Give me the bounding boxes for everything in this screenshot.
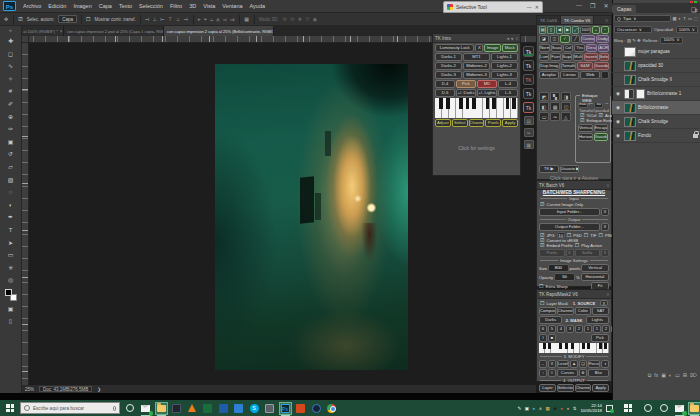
clear-suffix-button[interactable]: X <box>601 249 609 257</box>
square-button[interactable]: ■ <box>548 334 556 342</box>
suffix-field[interactable]: Suffix <box>575 249 601 257</box>
tk-panel-icon-2[interactable]: Tk <box>523 60 534 71</box>
lights-2-button[interactable]: Lights-2 <box>491 62 518 70</box>
md-button[interactable]: MD <box>477 80 497 88</box>
vignette-icon[interactable]: ◨ <box>561 92 571 101</box>
open-icon[interactable]: ▤ <box>539 26 546 34</box>
output-layer-button[interactable]: Layer <box>539 384 556 392</box>
adjust-button[interactable]: Adjust <box>435 119 451 127</box>
line-tool-icon[interactable]: ╱ <box>571 35 581 43</box>
layer-name[interactable]: opacidad 30 <box>638 63 663 68</box>
lasso-tool-icon[interactable]: ∿ <box>4 60 18 73</box>
green-app-icon[interactable] <box>202 403 213 414</box>
save-button[interactable]: Guardar <box>594 62 609 70</box>
document-image[interactable] <box>215 64 408 370</box>
blur-button[interactable]: Blur <box>588 369 609 377</box>
start-button[interactable] <box>6 404 14 412</box>
color-button[interactable]: Color <box>575 307 592 315</box>
contrast-icon[interactable]: ◧ <box>539 102 549 111</box>
collapse-icon[interactable]: ◄◄ <box>506 36 514 41</box>
output-selection-button[interactable]: Selection <box>557 384 574 392</box>
panel-menu-icon[interactable]: ≡ <box>516 36 518 41</box>
mask-level-1l[interactable]: 1 <box>593 325 601 333</box>
menu-imagen[interactable]: Imagen <box>73 3 91 9</box>
add-mask-icon[interactable]: ▣ <box>661 372 666 378</box>
close-button[interactable]: ✕ <box>603 2 608 9</box>
path-selection-tool-icon[interactable]: ➤ <box>4 237 18 250</box>
pen-tray-icon[interactable]: ✎ <box>517 406 521 411</box>
filter-icons[interactable]: ▦ <box>673 16 677 21</box>
blend-tris-button[interactable]: Tris <box>574 44 585 52</box>
blend-color-button[interactable]: Col <box>563 44 574 52</box>
library-panel-icon[interactable]: ▤ <box>524 116 534 125</box>
dodge-burn-icon[interactable]: ▚ <box>550 92 560 101</box>
foreground-color[interactable] <box>5 289 12 296</box>
lights-button[interactable]: Lights <box>586 316 609 324</box>
source-x-button[interactable]: X <box>600 300 608 306</box>
hand-tool-icon[interactable]: ✳ <box>4 262 18 275</box>
x-button[interactable]: X <box>548 360 556 368</box>
image-size-button[interactable]: Tamaño <box>561 62 576 70</box>
auto-select-target-dropdown[interactable]: Capa <box>58 15 77 23</box>
color-tray-icon[interactable]: ▦ <box>546 406 550 411</box>
zoom-100-button[interactable]: 100% <box>580 26 590 34</box>
vertical-button[interactable]: Vertical <box>578 124 593 132</box>
filter-smart-icon[interactable]: ⬚ <box>694 16 698 21</box>
canvas-size-button[interactable]: Lienzo <box>560 71 580 79</box>
dark-tray-icon[interactable]: ◆ <box>553 406 556 411</box>
blend-softlight-button[interactable]: Suave <box>551 44 562 52</box>
healing-brush-tool-icon[interactable]: ⊕ <box>4 111 18 124</box>
pen-tool-icon[interactable]: ✒ <box>4 211 18 224</box>
blend-luminosity-button[interactable]: Lum <box>539 53 549 61</box>
mt1-button[interactable]: MT1 <box>463 53 490 61</box>
tk-panel-icon-3[interactable]: TK <box>523 74 534 85</box>
mail-app-icon[interactable] <box>140 403 151 414</box>
pattern-panel-icon[interactable]: ▦ <box>524 140 534 149</box>
eyedropper-tool-icon[interactable]: ✐ <box>4 98 18 111</box>
quick-mask-icon[interactable]: ▣ <box>4 303 18 316</box>
midtones-3-button[interactable]: Midtones-3 <box>463 71 490 79</box>
task-view-button[interactable] <box>125 403 136 414</box>
eye-icon[interactable]: ◉ <box>614 119 622 124</box>
menu-3d[interactable]: 3D <box>189 3 196 9</box>
show-transform-checkbox[interactable]: ☐ <box>86 17 90 22</box>
prefix-field[interactable]: Prefix <box>539 249 565 257</box>
menu-button[interactable]: ≡ <box>548 369 556 377</box>
mask-level-2l[interactable]: 2 <box>602 325 610 333</box>
new-doc-icon[interactable]: ▯ <box>547 26 554 34</box>
menu-archivo[interactable]: Archivo <box>23 3 41 9</box>
darks-1-button[interactable]: Darks-1 <box>435 53 462 61</box>
tk-menu-button[interactable]: TK ▶ <box>539 165 559 173</box>
crop-icon[interactable]: ▭ <box>539 112 549 121</box>
levels-button[interactable]: Levels <box>557 360 569 368</box>
zoom-tool-icon[interactable]: ◎ <box>4 274 18 287</box>
link-layers-icon[interactable]: ⧉ <box>648 372 652 379</box>
video-app-icon[interactable] <box>171 403 182 414</box>
mask-level-5d[interactable]: 5 <box>548 325 556 333</box>
luminosity-keyboard[interactable] <box>435 98 518 118</box>
menu-texto[interactable]: Texto <box>119 3 132 9</box>
tab-close-icon[interactable]: × <box>60 29 63 34</box>
menu-capa[interactable]: Capa <box>99 3 112 9</box>
lights-1-button[interactable]: Lights-1 <box>491 53 518 61</box>
channel-button[interactable]: Channel <box>469 119 485 127</box>
blue-tray-icon[interactable]: ● <box>533 406 536 411</box>
jpg-checkbox-label[interactable]: JPG <box>546 233 554 238</box>
filter-group-icon[interactable]: ▭ <box>688 16 692 21</box>
sat-button[interactable]: SAT <box>592 307 609 315</box>
size-field[interactable]: 800 <box>548 264 568 272</box>
filter-adjustment-icon[interactable]: ◐ <box>679 16 682 21</box>
expand-button[interactable]: ↕ <box>539 369 547 377</box>
mask-level-1d[interactable]: 1 <box>584 325 592 333</box>
taskbar-clock[interactable]: 22:14 10/05/2018 <box>580 403 602 413</box>
output-channel-button[interactable]: Channel <box>575 384 592 392</box>
embed-profile-checkbox-label[interactable]: Embed Profile <box>546 243 572 248</box>
layer-row-chalk-smudge[interactable]: ◉ Chalk Smudge <box>612 115 700 129</box>
tab-tk-combo-v6[interactable]: TK Combo V6 <box>561 16 594 24</box>
prev-icon[interactable]: ◀ <box>556 26 563 34</box>
invert-i-button[interactable]: I <box>539 334 547 342</box>
action-center-icon[interactable] <box>606 405 613 412</box>
mask-button[interactable]: Mask <box>502 44 518 52</box>
eye-icon[interactable]: ◉ <box>614 105 622 110</box>
zoom-out-button[interactable]: − <box>601 26 609 34</box>
